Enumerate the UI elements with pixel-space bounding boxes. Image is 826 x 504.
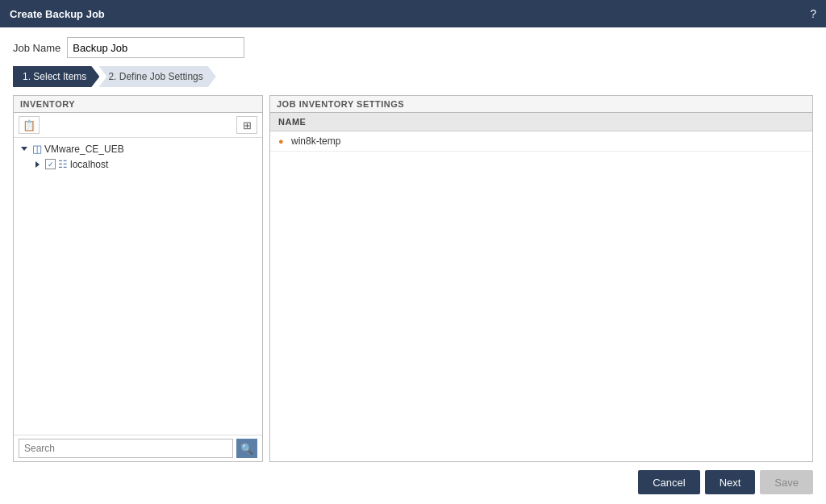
- steps-row: 1. Select Items 2. Define Job Settings: [13, 66, 813, 87]
- vm-location-icon: ●: [278, 136, 284, 146]
- job-name-input[interactable]: [67, 37, 244, 58]
- localhost-label: localhost: [70, 159, 108, 170]
- search-row: 🔍: [14, 435, 262, 461]
- next-button[interactable]: Next: [705, 470, 756, 494]
- expand-vmware-icon[interactable]: [19, 144, 30, 155]
- content-area: Job Name 1. Select Items 2. Define Job S…: [0, 27, 826, 504]
- step-define-settings[interactable]: 2. Define Job Settings: [98, 66, 215, 87]
- search-input[interactable]: [19, 439, 233, 458]
- tree-area: ◫ VMware_CE_UEB ✓ ☷ localhost: [14, 138, 262, 435]
- grid-icon: ⊞: [243, 119, 252, 131]
- inventory-toolbar: 📋 ⊞: [14, 113, 262, 138]
- title-bar: Create Backup Job ?: [0, 0, 826, 27]
- grid-toolbar-btn[interactable]: ⊞: [236, 116, 257, 134]
- inventory-header: INVENTORY: [14, 96, 262, 113]
- step-select-items[interactable]: 1. Select Items: [13, 66, 99, 87]
- job-inventory-panel: JOB INVENTORY SETTINGS NAME ● win8k-temp: [269, 95, 813, 462]
- inventory-table: NAME ● win8k-temp: [270, 113, 812, 152]
- save-button[interactable]: Save: [760, 470, 813, 494]
- help-icon[interactable]: ?: [810, 7, 816, 20]
- cancel-button[interactable]: Cancel: [638, 470, 699, 494]
- table-row[interactable]: ● win8k-temp: [270, 131, 812, 152]
- copy-toolbar-btn[interactable]: 📋: [19, 116, 40, 134]
- inventory-panel: INVENTORY 📋 ⊞ ◫ VMware_CE_UEB: [13, 95, 263, 462]
- step-1-label: 1. Select Items: [23, 71, 86, 82]
- vm-name-label: win8k-temp: [291, 135, 340, 147]
- localhost-checkbox[interactable]: ✓: [45, 159, 56, 169]
- search-icon: 🔍: [240, 443, 253, 455]
- expand-localhost-icon[interactable]: [31, 159, 43, 170]
- dialog-title: Create Backup Job: [10, 8, 105, 20]
- vmware-icon: ◫: [32, 143, 42, 155]
- name-column-header: NAME: [270, 113, 812, 131]
- copy-icon: 📋: [23, 119, 35, 131]
- server-icon: ☷: [58, 158, 68, 170]
- footer-row: Cancel Next Save: [13, 462, 813, 494]
- tree-node-localhost[interactable]: ✓ ☷ localhost: [14, 156, 262, 172]
- vm-name-cell: ● win8k-temp: [270, 131, 812, 152]
- vmware-label: VMware_CE_UEB: [44, 144, 124, 155]
- job-name-row: Job Name: [13, 37, 813, 58]
- tree-node-vmware[interactable]: ◫ VMware_CE_UEB: [14, 141, 262, 156]
- step-2-label: 2. Define Job Settings: [108, 71, 202, 82]
- job-inventory-header: JOB INVENTORY SETTINGS: [270, 96, 812, 113]
- job-name-label: Job Name: [13, 42, 60, 54]
- search-button[interactable]: 🔍: [236, 439, 257, 458]
- panels-row: INVENTORY 📋 ⊞ ◫ VMware_CE_UEB: [13, 95, 813, 462]
